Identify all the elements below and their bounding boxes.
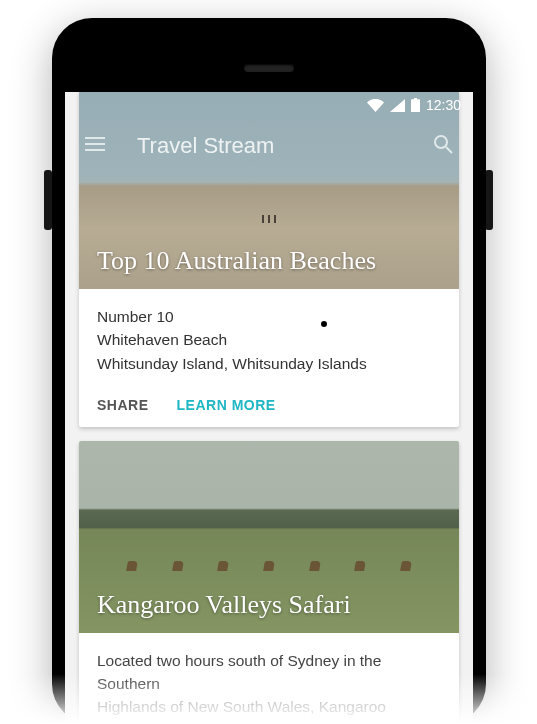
status-bar: 12:30 <box>65 92 473 118</box>
kangaroo-decor <box>79 561 459 571</box>
card-line: Whitsunday Island, Whitsunday Islands <box>97 352 441 375</box>
card-media: Kangaroo Valleys Safari <box>79 441 459 633</box>
share-button[interactable]: SHARE <box>97 397 149 413</box>
card-line: Number 10 <box>97 305 441 328</box>
battery-icon <box>411 98 420 112</box>
svg-rect-1 <box>85 143 105 145</box>
svg-line-4 <box>446 147 452 153</box>
status-time: 12:30 <box>426 97 461 113</box>
search-icon <box>433 134 453 158</box>
svg-rect-2 <box>85 149 105 151</box>
card-title: Kangaroo Valleys Safari <box>97 590 351 620</box>
app-bar: Travel Stream <box>65 118 473 174</box>
card-safari[interactable]: Kangaroo Valleys Safari Located two hour… <box>79 441 459 724</box>
beach-figures-decor <box>262 215 276 223</box>
decorative-dot <box>321 321 327 327</box>
card-line: Whitehaven Beach <box>97 328 441 351</box>
card-line: Located two hours south of Sydney in the… <box>97 649 441 696</box>
screen: 12:30 Travel Stream Top 10 Aust <box>65 92 473 724</box>
card-line: Highlands of New South Wales, Kangaroo V… <box>97 695 441 724</box>
svg-point-3 <box>435 136 447 148</box>
content: Top 10 Australian Beaches Number 10 Whit… <box>65 92 473 724</box>
wifi-icon <box>367 99 384 112</box>
phone-speaker <box>244 64 294 72</box>
app-title: Travel Stream <box>137 133 429 159</box>
cell-signal-icon <box>390 99 405 112</box>
learn-more-button[interactable]: LEARN MORE <box>177 397 276 413</box>
hamburger-icon <box>85 137 105 155</box>
card-actions: SHARE LEARN MORE <box>79 389 459 427</box>
card-title: Top 10 Australian Beaches <box>97 246 376 276</box>
phone-power-button <box>44 170 52 230</box>
menu-button[interactable] <box>81 132 109 160</box>
phone-frame: 12:30 Travel Stream Top 10 Aust <box>52 18 486 724</box>
search-button[interactable] <box>429 132 457 160</box>
card-body: Located two hours south of Sydney in the… <box>79 633 459 724</box>
card-body: Number 10 Whitehaven Beach Whitsunday Is… <box>79 289 459 389</box>
phone-volume-button <box>485 170 493 230</box>
svg-rect-0 <box>85 137 105 139</box>
